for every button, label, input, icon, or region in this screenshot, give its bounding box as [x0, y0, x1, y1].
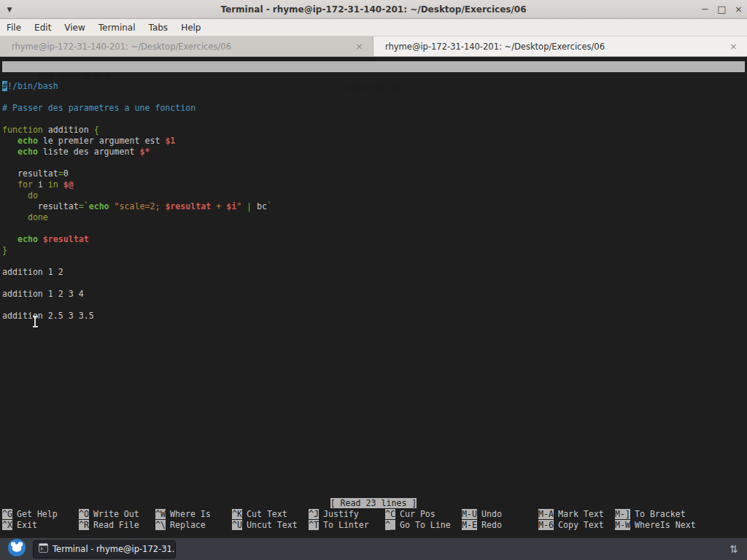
menu-item-file[interactable]: File	[0, 23, 28, 33]
window-controls: − □ ×	[697, 4, 747, 15]
shortcut-key: M-W	[615, 520, 630, 530]
menubar: File Edit View Terminal Tabs Help	[0, 19, 747, 36]
tab-close-icon[interactable]: ×	[727, 41, 740, 52]
code-line: # Passer des parametres a une fonction	[2, 103, 745, 114]
shortcut-key: ^R	[79, 520, 89, 530]
nano-shortcut-row-2: ^XExit^RRead File^\Replace^UUncut Text^T…	[2, 520, 745, 531]
nano-edit-buffer[interactable]: #!/bin/bash # Passer des parametres a un…	[2, 81, 745, 322]
nano-shortcut: M-]To Bracket	[615, 509, 692, 520]
code-line: done	[2, 212, 745, 223]
nano-shortcut: ^CCur Pos	[385, 509, 462, 520]
maximize-button[interactable]: □	[713, 4, 730, 15]
code-line: addition 1 2	[2, 267, 745, 278]
taskbar: Terminal - rhyme@ip-172-31... ⇅	[0, 537, 747, 560]
shortcut-label: Replace	[166, 520, 206, 530]
code-line	[2, 114, 745, 125]
shortcut-label: Mark Text	[554, 509, 604, 519]
menu-item-help[interactable]: Help	[174, 23, 207, 33]
shortcut-key: ^J	[309, 509, 319, 519]
shortcut-label: Exit	[12, 520, 37, 530]
code-line: addition 2.5 3 3.5	[2, 311, 745, 322]
code-line: resultat=`echo "scale=2; $resultat + $i"…	[2, 201, 745, 212]
taskbar-button-label: Terminal - rhyme@ip-172-31...	[53, 544, 176, 554]
shortcut-key: M-A	[538, 509, 554, 519]
code-line: for i in $@	[2, 179, 745, 190]
shortcut-label: Cut Text	[242, 509, 287, 519]
shortcut-label: Read File	[89, 520, 139, 530]
shortcut-label: Undo	[477, 509, 502, 519]
shortcut-key: M-U	[462, 509, 477, 519]
nano-shortcut: ^WWhere Is	[155, 509, 232, 520]
code-line	[2, 223, 745, 234]
code-line: }	[2, 245, 745, 256]
shortcut-key: ^W	[155, 509, 166, 519]
tab-close-icon[interactable]: ×	[353, 41, 365, 52]
nano-shortcut: ^_Go To Line	[385, 520, 462, 531]
nano-shortcut: ^TTo Linter	[309, 520, 385, 531]
nano-shortcut: M-WWhereIs Next	[615, 520, 692, 531]
shortcut-key: ^_	[385, 520, 395, 530]
code-line	[2, 256, 745, 267]
shortcut-key: M-6	[538, 520, 554, 530]
tabbar: rhyme@ip-172-31-140-201: ~/Desktop/Exerc…	[0, 36, 747, 57]
menu-item-edit[interactable]: Edit	[28, 23, 58, 33]
distro-logo-icon	[7, 538, 26, 560]
menu-item-tabs[interactable]: Tabs	[142, 23, 175, 33]
code-line: echo le premier argument est $1	[2, 136, 745, 147]
nano-statusbar: [ Read 23 lines ]	[2, 498, 745, 509]
nano-status-message: [ Read 23 lines ]	[330, 498, 417, 508]
code-line: echo $resultat	[2, 234, 745, 245]
network-indicator-icon[interactable]: ⇅	[729, 543, 743, 555]
tab-active[interactable]: rhyme@ip-172-31-140-201: ~/Desktop/Exerc…	[374, 36, 747, 56]
mouse-ibeam-cursor	[34, 316, 36, 327]
shortcut-label: Cur Pos	[395, 509, 436, 519]
nano-shortcut: M-6Copy Text	[538, 520, 615, 531]
shortcut-key: ^T	[309, 520, 319, 530]
tab-inactive[interactable]: rhyme@ip-172-31-140-201: ~/Desktop/Exerc…	[0, 36, 374, 56]
code-line: echo liste des argument $*	[2, 147, 745, 158]
shortcut-label: To Linter	[319, 520, 369, 530]
titlebar[interactable]: ▼ Terminal - rhyme@ip-172-31-140-201: ~/…	[0, 0, 747, 19]
nano-shortcut: ^KCut Text	[232, 509, 309, 520]
tab-label: rhyme@ip-172-31-140-201: ~/Desktop/Exerc…	[381, 42, 727, 52]
close-button[interactable]: ×	[730, 4, 747, 15]
nano-shortcut: ^GGet Help	[2, 509, 79, 520]
shortcut-label: Get Help	[12, 509, 58, 519]
code-line	[2, 300, 745, 311]
shortcut-key: ^X	[2, 520, 12, 530]
window-title: Terminal - rhyme@ip-172-31-140-201: ~/De…	[0, 4, 747, 15]
nano-shortcut: ^JJustify	[309, 509, 385, 520]
code-line: function addition {	[2, 125, 745, 136]
nano-titlebar: GNU nano 2.9.3 16script.sh	[2, 61, 745, 72]
nano-bottom-bars: [ Read 23 lines ] ^GGet Help^OWrite Out^…	[2, 498, 745, 531]
shortcut-key: ^\	[155, 520, 166, 530]
terminal-icon	[39, 543, 48, 555]
shortcut-key: M-]	[615, 509, 630, 519]
nano-version: GNU nano 2.9.3	[33, 72, 110, 82]
minimize-button[interactable]: −	[697, 4, 713, 15]
shortcut-key: M-E	[462, 520, 477, 530]
code-line: addition 1 2 3 4	[2, 289, 745, 300]
shortcut-label: Go To Line	[395, 520, 451, 530]
nano-shortcut: M-UUndo	[462, 509, 538, 520]
nano-shortcut: ^RRead File	[79, 520, 155, 531]
shortcut-label: Justify	[319, 509, 359, 519]
nano-shortcut: ^\Replace	[155, 520, 232, 531]
menu-item-terminal[interactable]: Terminal	[92, 23, 142, 33]
shortcut-key: ^U	[232, 520, 242, 530]
nano-shortcut: ^XExit	[2, 520, 79, 531]
shortcut-key: ^G	[2, 509, 12, 519]
shortcut-label: Copy Text	[554, 520, 604, 530]
shortcut-label: To Bracket	[630, 509, 686, 519]
nano-shortcut-row-1: ^GGet Help^OWrite Out^WWhere Is^KCut Tex…	[2, 509, 745, 520]
code-line: do	[2, 190, 745, 201]
shortcut-key: ^K	[232, 509, 242, 519]
app-menu-button[interactable]	[4, 540, 29, 559]
terminal-screen[interactable]: GNU nano 2.9.3 16script.sh #!/bin/bash #…	[0, 57, 747, 537]
shortcut-label: WhereIs Next	[630, 520, 696, 530]
nano-shortcut: ^UUncut Text	[232, 520, 309, 531]
taskbar-terminal-button[interactable]: Terminal - rhyme@ip-172-31...	[33, 540, 176, 559]
shortcut-label: Redo	[477, 520, 502, 530]
menu-item-view[interactable]: View	[58, 23, 91, 33]
shortcut-label: Write Out	[89, 509, 139, 519]
